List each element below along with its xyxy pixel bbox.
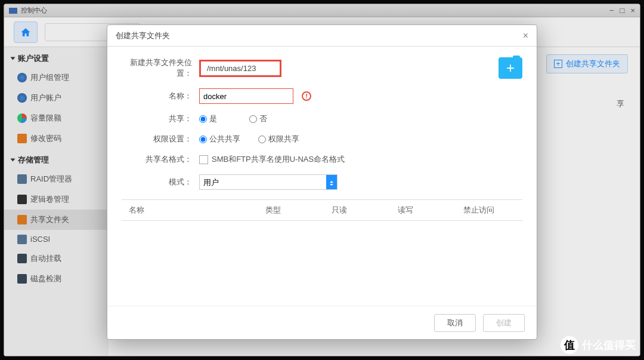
share-yes-radio[interactable]: 是: [199, 113, 217, 124]
mode-select[interactable]: 用户: [199, 174, 338, 190]
share-no-radio[interactable]: 否: [249, 113, 267, 124]
col-type: 类型: [258, 205, 324, 216]
modal-close-button[interactable]: ×: [523, 30, 528, 41]
naming-label: 共享名格式：: [122, 154, 199, 165]
mode-label: 模式：: [122, 177, 199, 187]
perm-table-header: 名称 类型 只读 读写 禁止访问: [122, 199, 522, 221]
path-value: /mnt/unas/123: [199, 60, 281, 77]
perm-private-radio[interactable]: 权限共享: [258, 134, 299, 144]
col-readonly: 只读: [324, 205, 391, 216]
naming-checkbox[interactable]: SMB和FTP共享名使用U-NAS命名格式: [199, 154, 345, 165]
perm-label: 权限设置：: [122, 134, 199, 144]
modal-overlay: 创建共享文件夹 × 新建共享文件夹位置： /mnt/unas/123 + 名称：…: [4, 4, 640, 356]
watermark: 值 什么值得买: [561, 336, 636, 354]
create-share-modal: 创建共享文件夹 × 新建共享文件夹位置： /mnt/unas/123 + 名称：…: [107, 24, 537, 340]
cancel-button[interactable]: 取消: [434, 314, 476, 332]
add-folder-button[interactable]: +: [499, 57, 522, 79]
share-label: 共享：: [122, 113, 199, 124]
perm-public-radio[interactable]: 公共共享: [199, 134, 240, 144]
checkbox-icon: [199, 155, 208, 164]
path-label: 新建共享文件夹位置：: [122, 57, 199, 79]
col-readwrite: 读写: [391, 205, 457, 216]
watermark-logo: 值: [561, 336, 578, 354]
modal-header: 创建共享文件夹 ×: [107, 25, 537, 47]
name-label: 名称：: [122, 91, 199, 101]
col-name: 名称: [122, 205, 258, 216]
error-icon: !: [302, 91, 311, 101]
main-window: 控制中心 − □ × 账户设置 用户组管理 用户账户 容量限额 修改密码 存储管…: [4, 4, 640, 356]
col-deny: 禁止访问: [456, 205, 522, 216]
name-input[interactable]: [199, 88, 293, 104]
modal-title: 创建共享文件夹: [116, 30, 170, 41]
create-button[interactable]: 创建: [483, 314, 525, 332]
